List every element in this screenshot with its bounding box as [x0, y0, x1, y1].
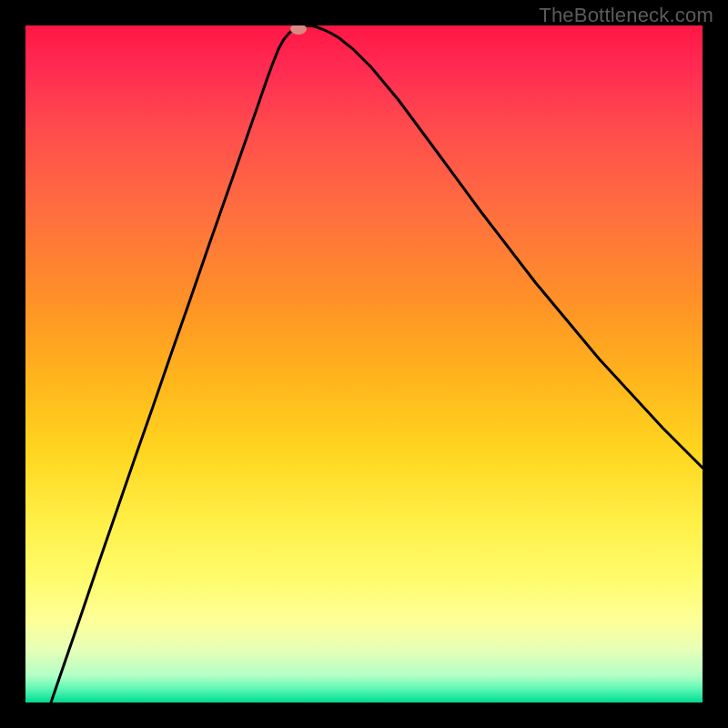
watermark-text: TheBottleneck.com [539, 4, 713, 27]
chart-frame: TheBottleneck.com [0, 0, 728, 728]
plot-area [25, 25, 703, 703]
bottleneck-curve [25, 25, 703, 703]
